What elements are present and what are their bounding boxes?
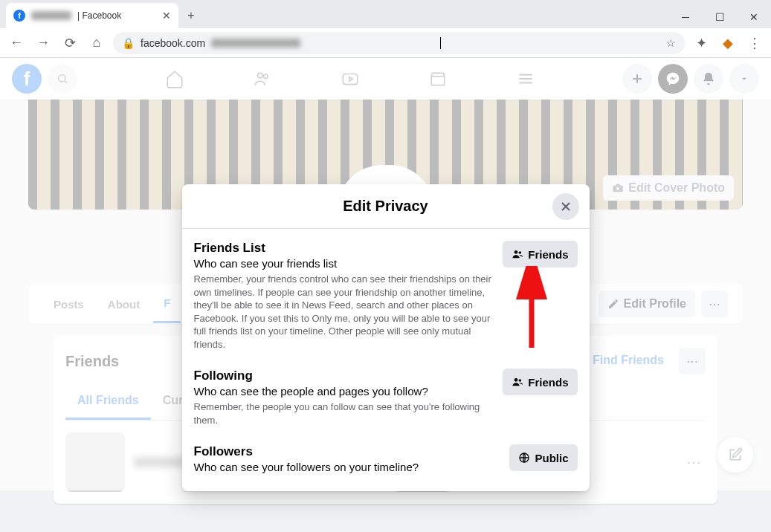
tab-favicon: f	[13, 10, 25, 22]
back-button[interactable]: ←	[6, 33, 27, 53]
page-content: f Edit Cover Photo Posts About F	[0, 58, 771, 490]
lock-icon: 🔒	[122, 37, 135, 49]
url-text: facebook.com	[141, 37, 205, 49]
home-button[interactable]: ⌂	[86, 33, 107, 53]
tab-close-icon[interactable]: ✕	[162, 10, 171, 22]
section-title: Following	[194, 369, 494, 383]
edit-privacy-modal: Edit Privacy Friends List Who can see yo…	[182, 184, 590, 491]
forward-button[interactable]: →	[33, 33, 54, 53]
audience-label: Friends	[528, 376, 568, 389]
svg-point-15	[514, 250, 518, 254]
privacy-section-friends-list: Friends List Who can see your friends li…	[194, 241, 578, 351]
section-subtitle: Who can see the people and pages you fol…	[194, 385, 494, 398]
audience-label: Public	[535, 452, 568, 464]
public-audience-icon	[518, 452, 530, 464]
bookmark-icon[interactable]: ☆	[666, 37, 676, 49]
section-title: Followers	[194, 444, 501, 459]
svg-point-17	[514, 378, 518, 382]
extension-icon[interactable]: ◆	[717, 33, 738, 53]
privacy-section-followers: Followers Who can see your followers on …	[194, 444, 578, 476]
text-cursor	[440, 37, 441, 49]
window-controls: ─ ☐ ✕	[668, 6, 771, 28]
privacy-section-following: Following Who can see the people and pag…	[194, 369, 578, 426]
new-tab-button[interactable]: +	[178, 3, 204, 28]
modal-title: Edit Privacy	[343, 198, 428, 215]
section-help: Remember, your friends control who can s…	[194, 273, 494, 351]
audience-selector-following[interactable]: Friends	[503, 369, 577, 395]
friends-audience-icon	[512, 248, 523, 260]
tab-title: | Facebook	[77, 10, 121, 21]
window-minimize[interactable]: ─	[668, 6, 703, 28]
section-title: Friends List	[194, 241, 494, 256]
svg-point-16	[519, 251, 522, 254]
friends-audience-icon	[512, 376, 523, 388]
extensions-icon[interactable]: ✦	[691, 33, 712, 53]
browser-tab[interactable]: f | Facebook ✕	[6, 3, 178, 28]
window-maximize[interactable]: ☐	[703, 6, 737, 28]
section-subtitle: Who can see your followers on your timel…	[194, 461, 501, 473]
browser-toolbar: ← → ⟳ ⌂ 🔒 facebook.com ☆ ✦ ◆ ⋮	[0, 28, 771, 58]
address-bar[interactable]: 🔒 facebook.com ☆	[113, 32, 685, 54]
window-close[interactable]: ✕	[737, 6, 771, 28]
modal-body: Friends List Who can see your friends li…	[182, 229, 590, 491]
close-icon	[558, 199, 573, 214]
browser-titlebar: f | Facebook ✕ + ─ ☐ ✕	[0, 0, 771, 28]
modal-close-button[interactable]	[552, 193, 579, 220]
audience-label: Friends	[528, 248, 568, 261]
section-subtitle: Who can see your friends list	[194, 257, 494, 270]
reload-button[interactable]: ⟳	[59, 33, 80, 53]
audience-selector-friends-list[interactable]: Friends	[503, 241, 577, 267]
modal-header: Edit Privacy	[182, 184, 590, 229]
tab-name-redacted	[31, 11, 71, 20]
url-redacted	[211, 39, 300, 48]
chrome-menu-icon[interactable]: ⋮	[744, 33, 765, 53]
section-help: Remember, the people you can follow can …	[194, 400, 494, 426]
audience-selector-followers[interactable]: Public	[509, 444, 577, 471]
svg-point-18	[519, 379, 522, 382]
